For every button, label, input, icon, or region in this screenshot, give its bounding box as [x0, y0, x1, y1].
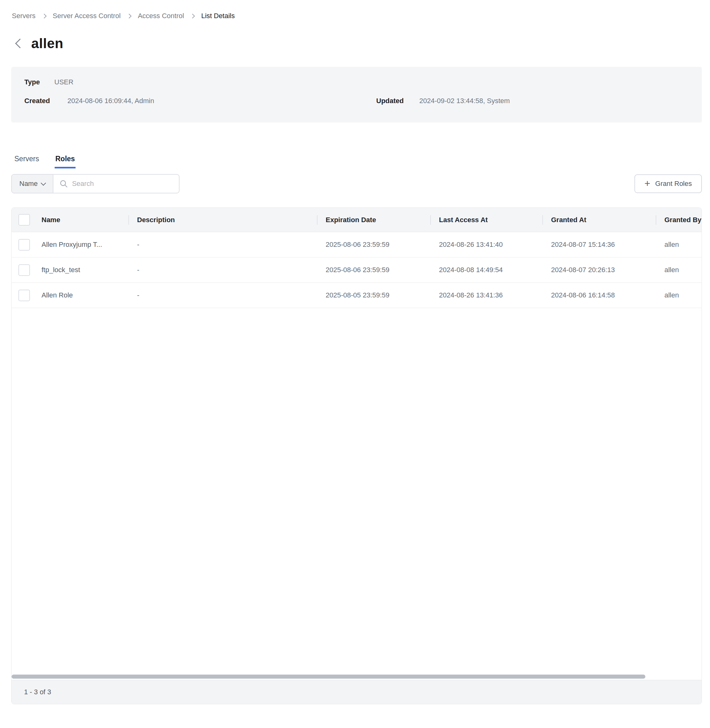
table-row[interactable]: Allen Proxyjump T... - 2025-08-06 23:59:… — [12, 232, 701, 257]
row-checkbox[interactable] — [18, 239, 30, 251]
table-footer: 1 - 3 of 3 — [12, 680, 701, 704]
search-icon — [60, 179, 68, 188]
cell-name: Allen Role — [33, 283, 128, 308]
tab-bar: Servers Roles — [11, 154, 699, 168]
table-scroll-area: Name Description Expiration Date Last Ac… — [12, 208, 701, 680]
cell-granted-by: allen — [656, 257, 701, 282]
info-type-value: USER — [54, 78, 73, 87]
info-updated-value: 2024-09-02 13:44:58, System — [419, 96, 510, 106]
cell-expiration-date: 2025-08-06 23:59:59 — [317, 257, 430, 282]
info-card: Type USER Created 2024-08-06 16:09:44, A… — [11, 67, 702, 122]
info-created: Created 2024-08-06 16:09:44, Admin — [24, 96, 376, 106]
cell-name: ftp_lock_test — [33, 257, 128, 282]
cell-granted-at: 2024-08-07 20:26:13 — [542, 257, 656, 282]
info-updated-label: Updated — [376, 96, 419, 106]
select-all-checkbox[interactable] — [18, 214, 30, 226]
row-checkbox[interactable] — [18, 264, 30, 276]
cell-description: - — [128, 257, 317, 282]
title-row: allen — [11, 34, 699, 53]
row-checkbox-cell — [12, 257, 33, 282]
row-checkbox-cell — [12, 232, 33, 257]
chevron-right-icon — [127, 13, 132, 18]
chevron-left-icon — [15, 38, 25, 48]
cell-granted-by: allen — [656, 232, 701, 257]
info-spacer — [376, 78, 689, 87]
search-field-selector-value: Name — [19, 179, 38, 188]
info-created-label: Created — [24, 96, 67, 106]
breadcrumb-item-servers[interactable]: Servers — [12, 11, 35, 21]
cell-last-access-at: 2024-08-26 13:41:36 — [430, 283, 542, 308]
plus-icon: + — [644, 178, 650, 188]
pagination-summary: 1 - 3 of 3 — [24, 688, 51, 696]
cell-description: - — [128, 283, 317, 308]
table-row[interactable]: ftp_lock_test - 2025-08-06 23:59:59 2024… — [12, 257, 701, 283]
row-checkbox-cell — [12, 283, 33, 308]
chevron-down-icon — [41, 180, 46, 185]
cell-last-access-at: 2024-08-26 13:41:40 — [430, 232, 542, 257]
search-field-selector[interactable]: Name — [12, 175, 53, 193]
grant-roles-label: Grant Roles — [655, 179, 692, 188]
column-header-name: Name — [33, 208, 128, 232]
chevron-right-icon — [42, 13, 47, 18]
page: Servers Server Access Control Access Con… — [0, 0, 710, 704]
tab-servers[interactable]: Servers — [14, 154, 40, 168]
horizontal-scrollbar — [12, 674, 701, 679]
info-updated: Updated 2024-09-02 13:44:58, System — [376, 96, 689, 106]
search-box — [53, 175, 179, 193]
breadcrumb-item-access-control[interactable]: Access Control — [138, 11, 184, 21]
breadcrumb-item-server-access-control[interactable]: Server Access Control — [53, 11, 121, 21]
info-created-value: 2024-08-06 16:09:44, Admin — [67, 96, 154, 106]
info-type-label: Type — [24, 78, 54, 87]
column-header-description: Description — [128, 208, 317, 232]
table-row[interactable]: Allen Role - 2025-08-05 23:59:59 2024-08… — [12, 283, 701, 308]
cell-granted-at: 2024-08-06 16:14:58 — [542, 283, 656, 308]
column-header-granted-by: Granted By — [656, 208, 701, 232]
table-header-row: Name Description Expiration Date Last Ac… — [12, 208, 701, 232]
cell-last-access-at: 2024-08-08 14:49:54 — [430, 257, 542, 282]
filter-row: Name + Grant Roles — [11, 174, 702, 193]
info-type: Type USER — [24, 78, 376, 87]
grant-roles-button[interactable]: + Grant Roles — [634, 174, 702, 193]
cell-name: Allen Proxyjump T... — [33, 232, 128, 257]
column-header-granted-at: Granted At — [542, 208, 656, 232]
search-input[interactable] — [72, 179, 173, 188]
header-checkbox-cell — [12, 208, 33, 232]
cell-expiration-date: 2025-08-05 23:59:59 — [317, 283, 430, 308]
column-header-last-access-at: Last Access At — [430, 208, 542, 232]
cell-description: - — [128, 232, 317, 257]
page-title: allen — [31, 35, 63, 51]
horizontal-scrollbar-thumb[interactable] — [12, 675, 645, 679]
back-button[interactable] — [12, 37, 26, 50]
tab-roles[interactable]: Roles — [55, 154, 76, 168]
chevron-right-icon — [190, 13, 195, 18]
breadcrumb: Servers Server Access Control Access Con… — [11, 11, 699, 21]
cell-expiration-date: 2025-08-06 23:59:59 — [317, 232, 430, 257]
column-header-expiration-date: Expiration Date — [317, 208, 430, 232]
search-filter-group: Name — [11, 174, 179, 193]
row-checkbox[interactable] — [18, 290, 30, 301]
roles-table: Name Description Expiration Date Last Ac… — [11, 207, 702, 704]
breadcrumb-item-list-details: List Details — [201, 11, 235, 21]
cell-granted-at: 2024-08-07 15:14:36 — [542, 232, 656, 257]
cell-granted-by: allen — [656, 283, 701, 308]
